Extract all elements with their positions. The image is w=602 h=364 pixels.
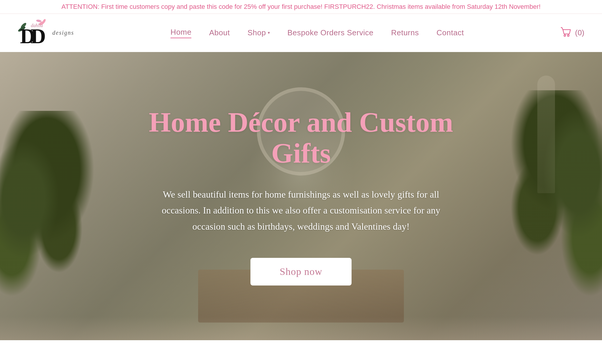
cart-count: (0)	[575, 28, 584, 37]
svg-text:dahlia: dahlia	[31, 23, 43, 28]
announcement-text: ATTENTION: First time customers copy and…	[61, 3, 541, 10]
nav-about[interactable]: About	[209, 28, 230, 37]
hero-description: We sell beautiful items for home furnish…	[154, 186, 448, 234]
nav-home[interactable]: Home	[170, 28, 191, 38]
header: D D dahlia designs Home About Shop ▾ Bes…	[0, 14, 602, 52]
nav-contact[interactable]: Contact	[437, 28, 464, 37]
shop-dropdown-arrow: ▾	[268, 30, 270, 35]
nav-bespoke[interactable]: Bespoke Orders Service	[287, 28, 374, 37]
svg-point-8	[564, 35, 566, 36]
hero-title: Home Décor and Custom Gifts	[125, 107, 477, 169]
svg-point-9	[568, 35, 569, 36]
main-nav: Home About Shop ▾ Bespoke Orders Service…	[170, 28, 464, 38]
shop-now-button[interactable]: Shop now	[250, 258, 352, 285]
nav-returns[interactable]: Returns	[391, 28, 419, 37]
logo-icon: D D dahlia	[18, 17, 50, 49]
svg-text:D: D	[31, 24, 46, 48]
logo-svg: D D dahlia	[18, 17, 50, 49]
cart-icon-wrap[interactable]	[560, 26, 572, 39]
hero-bottom-fade	[0, 317, 602, 340]
logo-text: designs	[52, 29, 74, 36]
svg-point-2	[36, 19, 41, 22]
nav-shop[interactable]: Shop	[248, 28, 266, 37]
cart-area[interactable]: (0)	[560, 26, 584, 39]
announcement-bar: ATTENTION: First time customers copy and…	[0, 0, 602, 14]
logo[interactable]: D D dahlia designs	[18, 17, 74, 49]
hero-section: Home Décor and Custom Gifts We sell beau…	[0, 52, 602, 340]
logo-sub-label: designs	[52, 29, 74, 36]
nav-shop-container[interactable]: Shop ▾	[248, 28, 270, 37]
hero-content: Home Décor and Custom Gifts We sell beau…	[66, 107, 536, 285]
cart-icon	[560, 26, 572, 38]
